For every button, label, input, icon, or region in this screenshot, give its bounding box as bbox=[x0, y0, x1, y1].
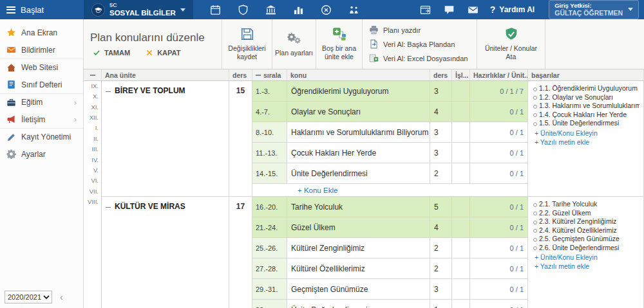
unit-cell[interactable]: BİREY VE TOPLUM bbox=[102, 81, 229, 197]
topic-hazirliklar-cell[interactable]: 0 / 1 bbox=[470, 300, 528, 308]
topic-konu-cell[interactable]: Tarihe Yolculuk bbox=[287, 197, 430, 217]
sidebar-item-sinif-defteri[interactable]: Sınıf Defteri bbox=[0, 76, 83, 93]
circle-x-button[interactable] bbox=[321, 5, 332, 15]
topic-konu-cell[interactable]: Çocuk Hakları Her Yerde bbox=[287, 143, 430, 163]
ok-button[interactable]: TAMAM bbox=[93, 49, 130, 57]
topic-ders-cell[interactable]: 3 bbox=[430, 81, 452, 102]
collapse-sidebar-button[interactable]: ‹ bbox=[58, 293, 65, 302]
sidebar-item-bildirimler[interactable]: Bildirimler bbox=[0, 41, 83, 59]
topic-konu-cell[interactable]: Öğrendiklerimi Uyguluyorum bbox=[287, 81, 430, 102]
save-label: Değişiklikleri kaydet bbox=[224, 44, 270, 60]
topic-hazirliklar-cell[interactable]: 0 / 1 bbox=[470, 217, 528, 238]
students-button[interactable] bbox=[348, 5, 359, 15]
topic-konu-cell[interactable]: Kültürel Zenginliğimiz bbox=[287, 238, 430, 258]
collapse-topics-icon[interactable] bbox=[256, 73, 261, 78]
collapse-months-icon[interactable] bbox=[90, 73, 95, 78]
user-menu[interactable]: Giriş Yetkisi: GÜLTAÇ ÖĞRETMEN bbox=[549, 0, 639, 19]
school-year-select[interactable]: 2020/2021 bbox=[5, 291, 52, 303]
topic-sirala-cell[interactable]: 14.-15. bbox=[252, 163, 287, 184]
topic-sirala-cell[interactable]: 29.-31. bbox=[252, 279, 287, 300]
topic-konu-cell[interactable]: Ünite Değerlendirmesi bbox=[287, 300, 430, 308]
topic-sirala-cell[interactable]: 32. bbox=[252, 300, 287, 308]
chat-button[interactable] bbox=[444, 5, 455, 15]
import-from-excel-button[interactable]: Veri Al: Excel Dosyasından bbox=[363, 52, 477, 64]
sidebar-item-web-sitesi[interactable]: Web Sitesi bbox=[0, 59, 83, 76]
topic-ders-cell[interactable]: 1 bbox=[430, 300, 452, 308]
start-menu-button[interactable]: Başlat bbox=[0, 0, 84, 19]
add-written-text-link[interactable]: + Yazılı metin ekle bbox=[532, 138, 639, 146]
topic-islendi-cell bbox=[452, 81, 470, 102]
sidebar-item-egitim[interactable]: Eğitim› bbox=[0, 93, 83, 111]
topic-konu-cell[interactable]: Olaylar ve Sonuçları bbox=[287, 102, 430, 122]
sidebar-item-kayit-yonetimi[interactable]: Kayıt Yönetimi bbox=[0, 128, 83, 145]
topic-hazirliklar-cell[interactable]: 0 / 1 bbox=[470, 279, 528, 300]
topic-konu-cell[interactable]: Kültürel Özelliklerimiz bbox=[287, 258, 430, 279]
add-unit-button[interactable]: Boş bir ana ünite ekle bbox=[316, 19, 363, 69]
topic-islendi-cell bbox=[452, 279, 470, 300]
unit-cell[interactable]: KÜLTÜR VE MİRAS bbox=[102, 197, 229, 308]
topic-hazirliklar-cell[interactable]: 0 / 1 / 7 bbox=[470, 81, 528, 102]
topic-hazirliklar-cell[interactable]: 0 / 1 bbox=[470, 102, 528, 122]
topic-sirala-cell[interactable]: 27.-28. bbox=[252, 258, 287, 279]
topic-konu-cell[interactable]: Güzel Ülkem bbox=[287, 217, 430, 238]
topic-ders-cell[interactable]: 3 bbox=[430, 279, 452, 300]
window-button[interactable] bbox=[420, 5, 431, 15]
assign-units-button[interactable]: Üniteler / Konular Ata bbox=[477, 19, 545, 69]
add-topic-link[interactable]: + Konu Ekle bbox=[298, 186, 337, 194]
shield-button[interactable] bbox=[238, 5, 249, 15]
topic-sirala-cell[interactable]: 16.-20. bbox=[252, 197, 287, 217]
unit-section: KÜLTÜR VE MİRAS1716.-20.Tarihe Yolculuk5… bbox=[102, 197, 644, 308]
print-plan-button[interactable]: Planı yazdır bbox=[363, 24, 477, 36]
sidebar-item-label: Ayarlar bbox=[21, 150, 46, 159]
table-body: IX.X.XI.XII.I.II.III.IV.V.VI.VII.VIII. B… bbox=[84, 81, 644, 308]
add-written-text-link[interactable]: + Yazılı metin ekle bbox=[532, 262, 639, 270]
sidebar-item-iletisim[interactable]: İletişim› bbox=[0, 111, 83, 128]
bank-button[interactable] bbox=[265, 5, 276, 15]
sidebar-item-ana-ekran[interactable]: Ana Ekran bbox=[0, 24, 83, 41]
topic-hazirliklar-cell[interactable]: 0 / 1 bbox=[470, 258, 528, 279]
topic-sirala-cell[interactable]: 8.-10. bbox=[252, 122, 287, 143]
printer-icon bbox=[369, 25, 379, 35]
chart-button[interactable] bbox=[293, 5, 304, 15]
chevron-down-icon bbox=[628, 8, 633, 11]
topic-ders-cell[interactable]: 3 bbox=[430, 122, 452, 143]
help-button[interactable]: ? Yardım Al bbox=[490, 5, 535, 15]
topic-ders-cell[interactable]: 4 bbox=[430, 102, 452, 122]
collapse-unit-icon[interactable] bbox=[106, 204, 111, 210]
hamburger-icon bbox=[6, 6, 15, 14]
topic-sirala-cell[interactable]: 4.-7. bbox=[252, 102, 287, 122]
topic-hazirliklar-cell[interactable]: 0 / 1 bbox=[470, 122, 528, 143]
calendar-button[interactable] bbox=[210, 5, 221, 15]
close-button[interactable]: KAPAT bbox=[146, 49, 180, 57]
topic-hazirliklar-cell[interactable]: 0 / 1 bbox=[470, 197, 528, 217]
topic-ders-cell[interactable]: 2 bbox=[430, 258, 452, 279]
topic-sirala-cell[interactable]: 11.-13. bbox=[252, 143, 287, 163]
topic-ders-cell[interactable]: 2 bbox=[430, 238, 452, 258]
topic-hazirliklar-cell[interactable]: 0 / 1 bbox=[470, 163, 528, 184]
shield-icon bbox=[238, 5, 249, 15]
topic-konu-cell[interactable]: Haklarımı ve Sorumluluklarımı Biliyorum bbox=[287, 122, 430, 143]
unit-name: BİREY VE TOPLUM bbox=[115, 86, 185, 95]
class-selector[interactable]: 5C SOSYAL BİLGİLER bbox=[84, 0, 193, 19]
topic-hazirliklar-cell[interactable]: 0 / 1 bbox=[470, 238, 528, 258]
topic-ders-cell[interactable]: 5 bbox=[430, 197, 452, 217]
topic-sirala-cell[interactable]: 25.-26. bbox=[252, 238, 287, 258]
topic-ders-cell[interactable]: 3 bbox=[430, 143, 452, 163]
topic-konu-cell[interactable]: Geçmişten Günümüze bbox=[287, 279, 430, 300]
collapse-unit-icon[interactable] bbox=[106, 89, 111, 94]
topic-ders-cell[interactable]: 4 bbox=[430, 217, 452, 238]
mail-button[interactable] bbox=[468, 5, 478, 15]
import-from-plan-button[interactable]: Veri Al: Başka Plandan bbox=[363, 38, 477, 50]
sidebar-item-label: Eğitim bbox=[21, 98, 43, 107]
topic-hazirliklar-cell[interactable]: 0 / 1 bbox=[470, 143, 528, 163]
add-unit-topic-link[interactable]: + Ünite/Konu Ekleyin bbox=[532, 129, 639, 137]
topic-sirala-cell[interactable]: 21.-24. bbox=[252, 217, 287, 238]
add-topic-row: + Konu Ekle bbox=[252, 184, 528, 197]
add-unit-topic-link[interactable]: + Ünite/Konu Ekleyin bbox=[532, 253, 639, 261]
plan-settings-button[interactable]: Plan ayarları bbox=[272, 19, 316, 69]
topic-ders-cell[interactable]: 2 bbox=[430, 163, 452, 184]
sidebar-item-ayarlar[interactable]: Ayarlar bbox=[0, 145, 83, 163]
topic-konu-cell[interactable]: Ünite Değerlendirmesi bbox=[287, 163, 430, 184]
save-button[interactable]: Değişiklikleri kaydet bbox=[222, 19, 272, 69]
topic-sirala-cell[interactable]: 1.-3. bbox=[252, 81, 287, 102]
